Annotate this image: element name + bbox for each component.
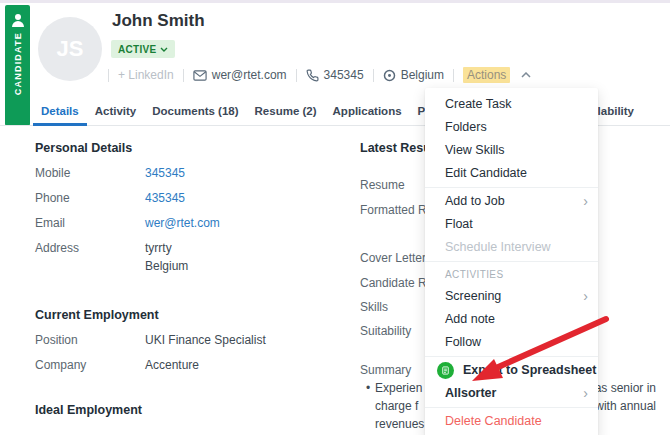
divider bbox=[296, 69, 297, 82]
menu-item-float[interactable]: Float bbox=[425, 213, 598, 236]
avatar: JS bbox=[38, 17, 102, 81]
email-link[interactable]: wer@rtet.com bbox=[145, 216, 220, 230]
menu-item-folders[interactable]: Folders bbox=[425, 116, 598, 139]
page-title: John Smith bbox=[112, 11, 205, 31]
divider bbox=[108, 69, 109, 82]
actions-dropdown-menu: Create Task Folders View Skills Edit Can… bbox=[425, 88, 598, 435]
contact-row: + LinkedIn wer@rtet.com 345345 Belgium A… bbox=[108, 66, 531, 84]
status-badge[interactable]: ACTIVE bbox=[111, 40, 175, 58]
add-linkedin-link[interactable]: + LinkedIn bbox=[118, 68, 174, 82]
divider bbox=[183, 69, 184, 82]
section-title: Current Employment bbox=[35, 308, 335, 322]
chevron-down-icon bbox=[160, 47, 168, 52]
section-title: Ideal Employment bbox=[35, 403, 335, 417]
ribbon-label: CANDIDATE bbox=[13, 32, 23, 95]
menu-item-export-spreadsheet[interactable]: Export to Spreadsheet bbox=[425, 359, 598, 382]
person-icon bbox=[12, 14, 24, 26]
submenu-chevron-icon: › bbox=[583, 285, 588, 308]
position-value: UKI Finance Specialist bbox=[145, 333, 266, 347]
menu-divider bbox=[425, 407, 598, 408]
divider bbox=[453, 69, 454, 82]
divider bbox=[373, 69, 374, 82]
actions-button[interactable]: Actions bbox=[463, 67, 510, 83]
tab-details[interactable]: Details bbox=[33, 101, 87, 126]
menu-item-edit-candidate[interactable]: Edit Candidate bbox=[425, 162, 598, 185]
menu-item-view-skills[interactable]: View Skills bbox=[425, 139, 598, 162]
section-title: Personal Details bbox=[35, 141, 335, 155]
field-row: Address tyrrty Belgium bbox=[35, 241, 335, 273]
menu-item-allsorter[interactable]: Allsorter› bbox=[425, 382, 598, 405]
submenu-chevron-icon: › bbox=[583, 190, 588, 213]
phone-icon bbox=[306, 69, 319, 82]
section-personal-details: Personal Details Mobile 345345 Phone 435… bbox=[35, 141, 335, 273]
company-value: Accenture bbox=[145, 358, 199, 372]
phone-link[interactable]: 345345 bbox=[306, 68, 364, 82]
chevron-up-icon bbox=[521, 72, 531, 78]
menu-item-create-task[interactable]: Create Task bbox=[425, 93, 598, 116]
field-row: Phone 435345 bbox=[35, 191, 335, 205]
menu-item-add-to-job[interactable]: Add to Job› bbox=[425, 190, 598, 213]
menu-item-follow[interactable]: Follow bbox=[425, 331, 598, 354]
bullet: • bbox=[366, 379, 370, 397]
tab-applications[interactable]: Applications bbox=[325, 101, 410, 126]
location-item: Belgium bbox=[383, 68, 444, 82]
avatar-initials: JS bbox=[57, 36, 84, 62]
field-row: Email wer@rtet.com bbox=[35, 216, 335, 230]
phone-link[interactable]: 435345 bbox=[145, 191, 185, 205]
menu-item-add-note[interactable]: Add note bbox=[425, 308, 598, 331]
mobile-link[interactable]: 345345 bbox=[145, 166, 185, 180]
menu-item-delete-candidate[interactable]: Delete Candidate bbox=[425, 410, 598, 433]
section-ideal-employment: Ideal Employment bbox=[35, 403, 335, 417]
menu-item-screening[interactable]: Screening› bbox=[425, 285, 598, 308]
tab-resume[interactable]: Resume (2) bbox=[247, 101, 325, 126]
menu-item-schedule-interview: Schedule Interview bbox=[425, 236, 598, 259]
menu-divider bbox=[425, 356, 598, 357]
menu-divider bbox=[425, 261, 598, 262]
menu-divider bbox=[425, 187, 598, 188]
address-value: tyrrty Belgium bbox=[145, 241, 188, 273]
tab-documents[interactable]: Documents (18) bbox=[144, 101, 246, 126]
field-row: Mobile 345345 bbox=[35, 166, 335, 180]
menu-section-header: ACTIVITIES bbox=[425, 264, 598, 285]
email-link[interactable]: wer@rtet.com bbox=[193, 68, 287, 82]
window-top-strip bbox=[0, 0, 670, 3]
field-row: Company Accenture bbox=[35, 358, 335, 372]
submenu-chevron-icon: › bbox=[583, 382, 588, 405]
status-label: ACTIVE bbox=[118, 44, 156, 55]
spreadsheet-icon bbox=[437, 362, 454, 379]
field-row: Position UKI Finance Specialist bbox=[35, 333, 335, 347]
location-icon bbox=[383, 69, 396, 82]
tab-activity[interactable]: Activity bbox=[87, 101, 145, 126]
section-current-employment: Current Employment Position UKI Finance … bbox=[35, 308, 335, 372]
mail-icon bbox=[193, 70, 207, 81]
